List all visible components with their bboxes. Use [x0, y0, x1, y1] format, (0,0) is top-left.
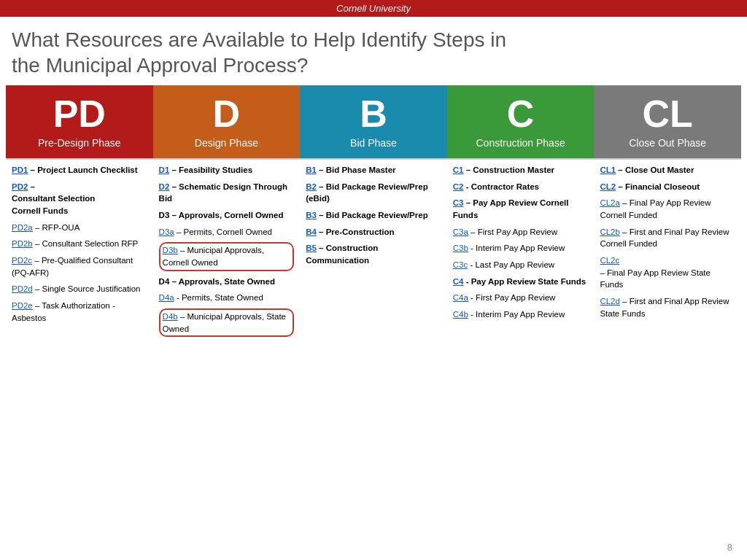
phases-container: PDPre-Design PhasePD1 – Project Launch C… [6, 85, 741, 346]
item-text-d1: – Feasibility Studies [169, 166, 252, 174]
phase-letter-b: B [360, 95, 387, 133]
phase-header-pd: PDPre-Design Phase [6, 85, 153, 158]
phase-header-c: CConstruction Phase [447, 85, 595, 158]
phase-content-d: D1 – Feasibility StudiesD2 – Schematic D… [153, 158, 301, 346]
item-link-c1[interactable]: C1 [453, 166, 464, 174]
item-text-pd2a: – RFP-OUA [33, 223, 80, 232]
item-link-d2[interactable]: D2 [159, 182, 170, 191]
item-link-b1[interactable]: B1 [306, 166, 317, 174]
item-cl2c: CL2c– Final Pay App Review State Funds [600, 254, 735, 291]
item-link-d3a[interactable]: D3a [159, 228, 174, 236]
item-link-b5[interactable]: B5 [306, 244, 317, 252]
phase-col-d: DDesign PhaseD1 – Feasibility StudiesD2 … [153, 85, 301, 346]
item-c1: C1 – Construction Master [453, 164, 589, 176]
item-cl1: CL1 – Close Out Master [600, 164, 735, 176]
item-b4: B4 – Pre-Construction [306, 226, 441, 238]
item-link-c2[interactable]: C2 [453, 182, 464, 191]
phase-name-c: Construction Phase [476, 137, 565, 149]
item-link-d4a[interactable]: D4a [159, 293, 174, 302]
item-link-c4b[interactable]: C4b [453, 310, 468, 319]
item-link-c3a[interactable]: C3a [453, 228, 468, 236]
item-link-d4b[interactable]: D4b [163, 312, 178, 321]
item-pd2: PD2 –Consultant SelectionCornell Funds [12, 181, 147, 217]
item-link-pd2b[interactable]: PD2b [12, 239, 33, 248]
item-text-pd2d: – Single Source Justification [33, 284, 141, 293]
page-title: What Resources are Available to Help Ide… [12, 27, 735, 78]
item-b1: B1 – Bid Phase Master [306, 164, 441, 176]
item-text-b2: – Bid Package Review/Prep (eBid) [306, 182, 427, 203]
item-link-c3b[interactable]: C3b [453, 244, 468, 252]
item-link-c3c[interactable]: C3c [453, 260, 468, 269]
item-text-b4: – Pre-Construction [317, 228, 395, 236]
phase-col-pd: PDPre-Design PhasePD1 – Project Launch C… [6, 85, 153, 346]
phase-content-cl: CL1 – Close Out MasterCL2 – Financial Cl… [594, 158, 741, 328]
item-text-cl2: – Financial Closeout [616, 182, 700, 191]
item-link-pd2[interactable]: PD2 [12, 182, 28, 191]
item-cl2b: CL2b – First and Final Pay Review Cornel… [600, 226, 735, 250]
top-bar: Cornell University [0, 0, 747, 17]
item-b3: B3 – Bid Package Review/Prep [306, 209, 441, 222]
item-link-cl2d[interactable]: CL2d [600, 297, 620, 306]
item-d4b: D4b – Municipal Approvals, State Owned [159, 308, 295, 337]
item-b5: B5 – Construction Communication [306, 242, 441, 266]
item-d2: D2 – Schematic Design Through Bid [159, 181, 295, 205]
item-text-b3: – Bid Package Review/Prep [317, 211, 428, 219]
item-link-pd2d[interactable]: PD2d [12, 284, 33, 293]
item-text-cl1: – Close Out Master [616, 166, 694, 174]
item-cl2a: CL2a – Final Pay App Review Cornell Fund… [600, 197, 735, 221]
item-link-cl2[interactable]: CL2 [600, 182, 616, 191]
item-c3b: C3b - Interim Pay App Review [453, 242, 589, 254]
item-link-c4[interactable]: C4 [453, 277, 464, 286]
phase-name-b: Bid Phase [350, 137, 397, 149]
item-link-c3[interactable]: C3 [453, 198, 464, 207]
item-link-pd2a[interactable]: PD2a [12, 223, 33, 232]
item-text-pd2b: – Consultant Selection RFP [33, 239, 138, 248]
item-text-c4: - Pay App Review State Funds [463, 277, 586, 286]
item-cl2d: CL2d – First and Final App Review State … [600, 295, 735, 319]
phase-name-cl: Close Out Phase [629, 137, 706, 149]
item-link-c4a[interactable]: C4a [453, 293, 468, 302]
item-text-d4a: - Permits, State Owned [174, 293, 263, 302]
item-link-d3b[interactable]: D3b [163, 246, 178, 254]
phase-header-d: DDesign Phase [153, 85, 301, 158]
item-pd1: PD1 – Project Launch Checklist [12, 164, 147, 176]
item-text-cl2b: – First and Final Pay Review Cornell Fun… [600, 228, 729, 249]
item-text-c1: – Construction Master [463, 166, 554, 174]
item-c3c: C3c - Last Pay App Review [453, 259, 589, 271]
item-text-c3: – Pay App Review Cornell Funds [453, 198, 569, 219]
item-text-c4a: - First Pay App Review [468, 293, 556, 302]
phase-content-pd: PD1 – Project Launch ChecklistPD2 –Consu… [6, 158, 153, 332]
phase-letter-cl: CL [643, 95, 693, 133]
phase-col-b: BBid PhaseB1 – Bid Phase MasterB2 – Bid … [300, 85, 447, 346]
phase-header-b: BBid Phase [300, 85, 447, 158]
item-link-pd2e[interactable]: PD2e [12, 301, 33, 310]
item-link-cl2b[interactable]: CL2b [600, 228, 620, 236]
item-link-cl2a[interactable]: CL2a [600, 198, 620, 207]
item-link-pd1[interactable]: PD1 [12, 166, 28, 174]
item-d4a: D4a - Permits, State Owned [159, 292, 295, 304]
item-pd2a: PD2a – RFP-OUA [12, 222, 147, 234]
item-link-pd2c[interactable]: PD2c [12, 256, 32, 265]
item-link-b4[interactable]: B4 [306, 228, 317, 236]
circled-item-d3b: D3b – Municipal Approvals, Cornell Owned [159, 242, 295, 271]
item-link-b3[interactable]: B3 [306, 211, 317, 219]
item-pd2d: PD2d – Single Source Justification [12, 283, 147, 295]
item-link-b2[interactable]: B2 [306, 182, 317, 191]
item-link-cl2c[interactable]: CL2c [600, 256, 619, 265]
item-d1: D1 – Feasibility Studies [159, 164, 295, 176]
phase-col-cl: CLClose Out PhaseCL1 – Close Out MasterC… [594, 85, 741, 346]
item-text-c4b: - Interim Pay App Review [468, 310, 565, 319]
item-link-d1[interactable]: D1 [159, 166, 170, 174]
item-c3: C3 – Pay App Review Cornell Funds [453, 197, 589, 221]
item-text-c3a: – First Pay App Review [468, 228, 557, 236]
item-d4: D4 – Approvals, State Owned [159, 276, 295, 288]
item-text-b1: – Bid Phase Master [317, 166, 396, 174]
item-link-cl1[interactable]: CL1 [600, 166, 616, 174]
circled-item-d4b: D4b – Municipal Approvals, State Owned [159, 308, 295, 337]
item-pd2c: PD2c – Pre-Qualified Consultant (PQ-AFR) [12, 254, 147, 279]
phase-letter-d: D [213, 95, 241, 133]
item-c4b: C4b - Interim Pay App Review [453, 308, 589, 321]
item-d3b: D3b – Municipal Approvals, Cornell Owned [159, 242, 295, 271]
page-number: 8 [727, 542, 732, 553]
item-text-cl2c: – Final Pay App Review State Funds [600, 268, 711, 289]
